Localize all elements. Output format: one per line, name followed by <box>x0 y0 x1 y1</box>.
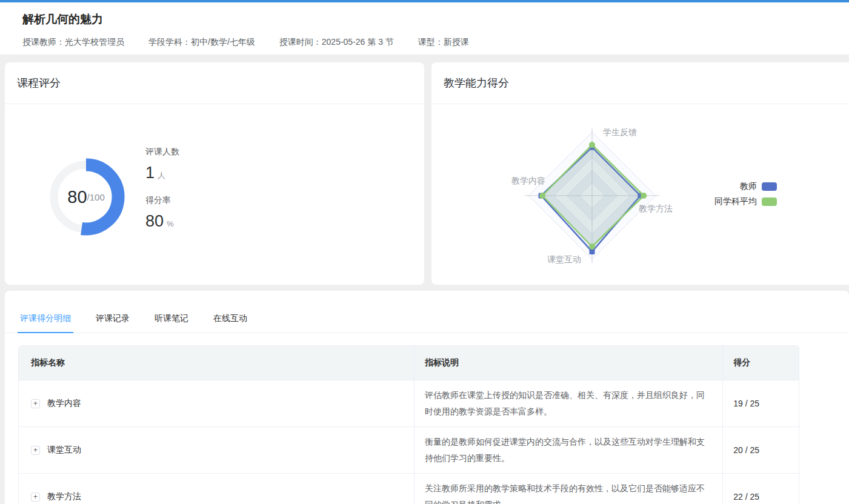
stat-rate-value-row: 80% <box>145 212 179 231</box>
meta-grade-subject: 学段学科：初中/数学/七年级 <box>148 37 255 48</box>
detail-tabs: 评课得分明细 评课记录 听课笔记 在线互动 <box>5 291 849 333</box>
indicator-description: 关注教师所采用的教学策略和技术手段的有效性，以及它们是否能够适应不同的学习风格和… <box>425 480 713 504</box>
tab-review-records[interactable]: 评课记录 <box>93 313 132 333</box>
stat-reviewers-value: 1 <box>145 164 155 182</box>
detail-panel: 评课得分明细 评课记录 听课笔记 在线互动 指标名称 指标说明 得分 + 教学内… <box>5 291 849 504</box>
legend-teacher-swatch <box>762 182 777 191</box>
col-header-score: 得分 <box>722 346 799 380</box>
indicator-name: 课堂互动 <box>47 445 81 456</box>
legend-item-teacher[interactable]: 教师 <box>714 181 777 192</box>
radar-chart: 教学内容学生反馈教学方法课堂互动 <box>431 104 849 284</box>
table-row: + 课堂互动 衡量的是教师如何促进课堂内的交流与合作，以及这些互动对学生理解和支… <box>19 426 799 473</box>
stat-reviewers-unit: 人 <box>158 171 165 180</box>
course-score-card-body: 80/100 评课人数 1人 得分率 80% <box>5 104 424 284</box>
col-header-indicator-description: 指标说明 <box>414 346 722 380</box>
expand-row-icon[interactable]: + <box>31 446 40 455</box>
page-title: 解析几何的魅力 <box>22 12 827 27</box>
score-donut-chart: 80/100 <box>41 151 132 242</box>
table-header-row: 指标名称 指标说明 得分 <box>19 346 799 380</box>
legend-subject-average-label: 同学科平均 <box>714 196 757 207</box>
legend-subject-average-swatch <box>762 197 777 206</box>
top-cards-row: 课程评分 80/100 评课人数 1人 得分率 80% 教学能力得分 <box>0 55 849 285</box>
stat-rate-label: 得分率 <box>145 195 179 206</box>
course-meta: 授课教师：光大学校管理员 学段学科：初中/数学/七年级 授课时间：2025-05… <box>22 37 827 48</box>
legend-item-subject-average[interactable]: 同学科平均 <box>714 196 777 207</box>
tab-listening-notes[interactable]: 听课笔记 <box>152 313 191 333</box>
table-row: + 教学内容 评估教师在课堂上传授的知识是否准确、相关、有深度，并且组织良好，同… <box>19 380 799 426</box>
meta-course-type: 课型：新授课 <box>418 37 469 48</box>
col-header-indicator-name: 指标名称 <box>19 346 414 380</box>
svg-text:学生反馈: 学生反馈 <box>603 127 637 137</box>
svg-text:课堂互动: 课堂互动 <box>547 254 581 264</box>
indicator-description: 评估教师在课堂上传授的知识是否准确、相关、有深度，并且组织良好，同时使用的教学资… <box>425 387 713 420</box>
score-stats: 评课人数 1人 得分率 80% <box>145 147 179 244</box>
score-value: 80 <box>67 187 87 207</box>
indicator-score: 19 / 25 <box>722 380 799 426</box>
teaching-ability-card: 教学能力得分 教学内容学生反馈教学方法课堂互动 教师 同学科平均 <box>431 62 849 285</box>
radar-legend: 教师 同学科平均 <box>714 181 777 211</box>
page-header: 解析几何的魅力 授课教师：光大学校管理员 学段学科：初中/数学/七年级 授课时间… <box>0 2 849 55</box>
table-row: + 教学方法 关注教师所采用的教学策略和技术手段的有效性，以及它们是否能够适应不… <box>19 473 799 504</box>
tab-score-detail[interactable]: 评课得分明细 <box>18 313 73 333</box>
indicator-score: 22 / 25 <box>722 474 799 504</box>
expand-row-icon[interactable]: + <box>31 399 40 408</box>
course-score-card: 课程评分 80/100 评课人数 1人 得分率 80% <box>5 62 424 285</box>
stat-reviewers-label: 评课人数 <box>145 147 179 158</box>
expand-row-icon[interactable]: + <box>31 492 40 502</box>
indicator-description: 衡量的是教师如何促进课堂内的交流与合作，以及这些互动对学生理解和支持他们学习的重… <box>425 434 713 466</box>
stat-rate-unit: % <box>167 219 174 228</box>
score-donut-label: 80/100 <box>41 151 132 242</box>
meta-time: 授课时间：2025-05-26 第 3 节 <box>279 37 394 48</box>
indicator-score: 20 / 25 <box>722 427 799 473</box>
teaching-ability-card-body: 教学内容学生反馈教学方法课堂互动 教师 同学科平均 <box>431 104 849 284</box>
teaching-ability-card-title: 教学能力得分 <box>431 62 849 104</box>
legend-teacher-label: 教师 <box>740 181 757 192</box>
svg-text:教学方法: 教学方法 <box>639 204 673 213</box>
meta-teacher: 授课教师：光大学校管理员 <box>22 37 124 48</box>
stat-reviewers-value-row: 1人 <box>145 164 179 182</box>
tab-online-interaction[interactable]: 在线互动 <box>211 313 250 333</box>
indicator-name: 教学方法 <box>47 491 81 502</box>
score-detail-table: 指标名称 指标说明 得分 + 教学内容 评估教师在课堂上传授的知识是否准确、相关… <box>18 345 799 504</box>
course-score-card-title: 课程评分 <box>5 62 424 104</box>
indicator-name: 教学内容 <box>47 398 81 409</box>
stat-rate-value: 80 <box>145 212 164 230</box>
svg-text:教学内容: 教学内容 <box>511 176 545 185</box>
score-max: /100 <box>87 192 105 202</box>
